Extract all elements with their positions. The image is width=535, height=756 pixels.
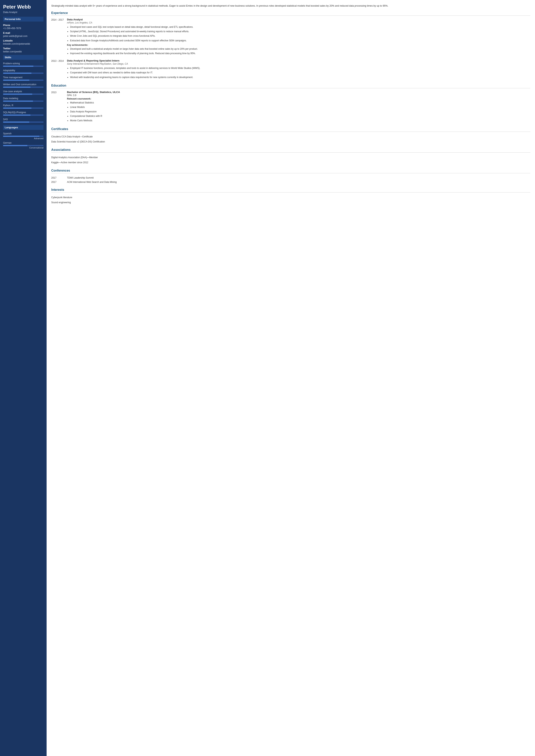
conferences-list: 2017 TDWI Leadership Summit 2017 ACM Int… [51, 176, 530, 184]
associations-list: Digital Analytics Association (DAA)—Memb… [51, 155, 530, 165]
experience-bullet: Developed test cases and SQL test script… [70, 25, 530, 29]
key-achievements-label: Key achievements: [67, 44, 530, 46]
summary-text: Strategically-minded data analyst with 5… [51, 4, 530, 8]
certificate-item: Cloudera CCA Data Analyst—Certificate [51, 134, 530, 139]
association-item: Digital Analytics Association (DAA)—Memb… [51, 155, 530, 160]
skill-bar-bg [3, 115, 43, 116]
skill-label: Python, R [3, 104, 43, 107]
interests-list: Cyberpunk literatureSound engineering [51, 195, 530, 205]
courses-list: Mathematical StatisticsLinear ModelsData… [67, 101, 530, 123]
languages-list: Spanish Advanced German Conversational [3, 132, 43, 149]
education-date: 2013 [51, 91, 64, 124]
skill-item: Problem-solving [3, 62, 43, 67]
education-degree: Bachelor of Science (BS), Statistics, UL… [67, 91, 530, 94]
skill-bar-bg [3, 66, 43, 67]
languages-section-title: Languages [3, 125, 43, 130]
achievements-list: Developed and built a statistical analys… [67, 47, 530, 55]
course-item: Monte Carlo Methods [70, 119, 530, 123]
experience-bullet: Worked with leadership and engineering t… [70, 75, 530, 79]
education-title: Education [51, 84, 530, 88]
skill-item: Adaptability [3, 69, 43, 74]
language-label: German [3, 142, 43, 144]
skill-bar-fill [3, 87, 31, 88]
conference-item: 2017 ACM International Web Search and Da… [51, 180, 530, 184]
experience-date: 2014 - 2017 [51, 18, 64, 56]
associations-section: Associations Digital Analytics Associati… [51, 148, 530, 165]
experience-content: Data Analyst & Reporting Specialist Inte… [67, 59, 530, 80]
course-item: Computational Statistics with R [70, 114, 530, 118]
skill-bar-fill [3, 115, 31, 116]
conferences-title: Conferences [51, 169, 530, 173]
email-value: peter.webb@gmail.com [3, 35, 43, 38]
experience-company: Sony Interactive Entertainment PlayStati… [67, 63, 530, 65]
experience-bullets: Employed IT business functions, processe… [67, 67, 530, 79]
interests-section: Interests Cyberpunk literatureSound engi… [51, 188, 530, 205]
skill-item: Python, R [3, 104, 43, 109]
interests-title: Interests [51, 188, 530, 193]
skill-bar-fill [3, 107, 31, 109]
skill-bar-bg [3, 107, 43, 109]
language-item: Spanish Advanced [3, 132, 43, 140]
skill-item: Written and Oral communication [3, 83, 43, 88]
conference-name: ACM International Web Search and Data Mi… [67, 181, 117, 183]
linkedin-label: LinkedIn [3, 40, 43, 42]
twitter-label: Twitter [3, 47, 43, 50]
experience-date: 2013 - 2014 [51, 59, 64, 80]
experience-bullet: Cooperated with DW team and others as ne… [70, 71, 530, 74]
skill-bar-bg [3, 87, 43, 88]
skill-bar-fill [3, 94, 32, 95]
experience-bullets: Developed test cases and SQL test script… [67, 25, 530, 42]
skill-label: SAS [3, 118, 43, 121]
achievement-bullet: Improved the existing reporting dashboar… [70, 52, 530, 55]
course-item: Linear Models [70, 105, 530, 109]
association-item: Kaggle—Active member since 2012 [51, 160, 530, 165]
skill-label: Time management [3, 76, 43, 79]
skill-bar-fill [3, 80, 29, 81]
skill-bar-fill [3, 66, 33, 67]
certificate-item: Data Scientist Associate v2 (DECA-DS) Ce… [51, 139, 530, 144]
sidebar: Peter Webb Data Analyst Personal Info Ph… [0, 0, 46, 756]
skill-item: Use-case analysis [3, 90, 43, 95]
twitter-value: twitter.com/pwebb [3, 50, 43, 53]
experience-section: Experience 2014 - 2017 Data Analyst mPyr… [51, 11, 530, 80]
language-label: Spanish [3, 132, 43, 135]
conference-item: 2017 TDWI Leadership Summit [51, 176, 530, 180]
course-item: Data Analysis Regression [70, 110, 530, 114]
education-gpa: GPA: 3.9 [67, 94, 530, 97]
experience-bullet: Scripted (HTML, JavaScript, Stored Proce… [70, 30, 530, 33]
interest-item: Sound engineering [51, 200, 530, 205]
language-bar-bg [3, 145, 43, 146]
skill-bar-bg [3, 122, 43, 123]
experience-bullet: Extracted data from Google Analytics/AdW… [70, 39, 530, 42]
skill-bar-fill [3, 100, 33, 102]
main-content: Strategically-minded data analyst with 5… [46, 0, 535, 756]
skill-bar-bg [3, 80, 43, 81]
experience-bullet: Wrote Cron Jobs and SQL procedures to in… [70, 34, 530, 38]
skill-bar-fill [3, 122, 29, 123]
education-section: Education 2013 Bachelor of Science (BS),… [51, 84, 530, 124]
phone-value: +1-299-456-7878 [3, 27, 43, 30]
conferences-section: Conferences 2017 TDWI Leadership Summit … [51, 169, 530, 184]
language-item: German Conversational [3, 142, 43, 149]
candidate-title: Data Analyst [3, 11, 43, 14]
interest-item: Cyberpunk literature [51, 195, 530, 200]
course-item: Mathematical Statistics [70, 101, 530, 105]
experience-title: Experience [51, 11, 530, 16]
coursework-label: Relevant coursework: [67, 98, 530, 100]
skill-label: Written and Oral communication [3, 83, 43, 86]
conference-date: 2017 [51, 177, 64, 179]
experience-item: 2014 - 2017 Data Analyst mPyre, Los Ange… [51, 18, 530, 56]
experience-job-title: Data Analyst [67, 18, 530, 21]
experience-list: 2014 - 2017 Data Analyst mPyre, Los Ange… [51, 18, 530, 80]
experience-job-title: Data Analyst & Reporting Specialist Inte… [67, 59, 530, 62]
conference-name: TDWI Leadership Summit [67, 177, 94, 179]
phone-label: Phone [3, 24, 43, 27]
certificates-list: Cloudera CCA Data Analyst—CertificateDat… [51, 134, 530, 144]
email-label: E-mail [3, 32, 43, 34]
skill-bar-bg [3, 72, 43, 74]
linkedin-value: linkedin.com/in/peterwebb [3, 42, 43, 45]
skill-label: SQL/MySQL/Postgres [3, 111, 43, 114]
education-list: 2013 Bachelor of Science (BS), Statistic… [51, 91, 530, 124]
education-content: Bachelor of Science (BS), Statistics, UL… [67, 91, 530, 124]
skill-item: Time management [3, 76, 43, 81]
